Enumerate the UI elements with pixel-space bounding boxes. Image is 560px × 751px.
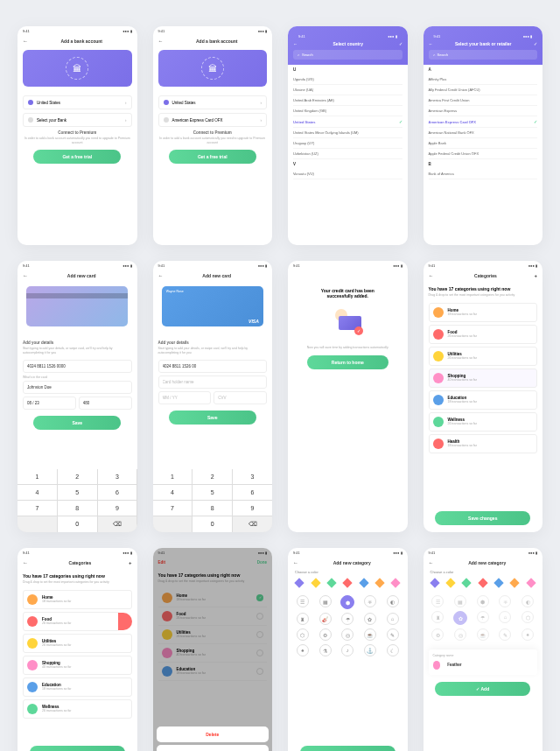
key-1[interactable]: 1 <box>18 469 57 484</box>
list-item[interactable]: American Express Card OFX✓ <box>429 116 538 128</box>
category-item[interactable]: Wellness26 transactions so far <box>23 699 132 719</box>
cvv-input[interactable] <box>214 391 267 404</box>
bank-select[interactable]: Select your Bank› <box>23 113 132 127</box>
icon-option[interactable]: ✎ <box>387 628 399 641</box>
color-green[interactable] <box>326 578 336 587</box>
category-name-input[interactable] <box>444 659 533 670</box>
list-item[interactable]: Ukraine (UA) <box>293 85 402 95</box>
icon-option[interactable]: ⌂ <box>387 613 399 625</box>
icon-option[interactable]: ☂ <box>341 613 354 625</box>
expiry-input[interactable] <box>23 397 76 410</box>
key-3[interactable]: 3 <box>98 469 137 484</box>
card-name-input[interactable] <box>23 381 132 394</box>
save-button[interactable]: Save changes <box>30 746 125 751</box>
back-icon[interactable]: ← <box>429 560 434 565</box>
list-item[interactable]: Apple Federal Credit Union OFX <box>429 149 538 159</box>
list-item[interactable]: Uzbekistan (UZ) <box>293 149 402 159</box>
icon-option[interactable]: ♜ <box>297 613 309 625</box>
country-select[interactable]: United States› <box>158 95 268 109</box>
color-purple[interactable] <box>295 578 304 587</box>
icon-option[interactable]: ☕ <box>364 628 376 641</box>
category-item[interactable]: Shopping40 transactions so far <box>23 656 132 675</box>
icon-option[interactable]: ♪ <box>341 644 354 656</box>
key-6[interactable]: 6 <box>98 485 137 500</box>
icon-option[interactable]: ⬡ <box>297 628 309 641</box>
expiry-input[interactable] <box>158 391 212 404</box>
icon-option[interactable]: ⚓ <box>364 644 376 656</box>
category-item[interactable]: Food26 transactions so far <box>429 325 538 344</box>
key-8[interactable]: 8 <box>58 501 97 516</box>
back-icon[interactable]: ← <box>158 273 164 278</box>
trial-button[interactable]: Get a free trial <box>169 150 256 164</box>
list-item[interactable]: American National Bank OFX <box>429 128 538 138</box>
icon-option[interactable]: ⚛ <box>364 595 376 607</box>
next-button[interactable]: Next <box>300 746 396 751</box>
color-yellow[interactable] <box>311 578 320 587</box>
icon-option[interactable]: 🎸 <box>319 613 332 625</box>
trial-button[interactable]: Get a free trial <box>33 150 121 164</box>
icon-option[interactable]: ◎ <box>341 628 354 641</box>
list-item[interactable]: Bank of America <box>429 169 538 179</box>
category-item[interactable]: Home18 transactions so far <box>23 590 132 609</box>
list-item[interactable]: American Express <box>429 106 538 116</box>
category-item[interactable]: Utilities26 transactions so far <box>429 347 538 366</box>
search-input[interactable]: ⌕Search <box>293 50 402 60</box>
category-item[interactable]: Home18 transactions so far <box>429 303 538 322</box>
color-blue[interactable] <box>359 578 368 587</box>
check-icon[interactable]: ✓ <box>534 41 537 46</box>
list-item[interactable]: Apple Bank <box>429 138 538 149</box>
cancel-button[interactable]: Cancel <box>157 745 270 751</box>
icon-option[interactable]: ☰ <box>297 595 309 607</box>
category-item[interactable]: Utilities26 transactions so far <box>23 634 132 653</box>
key-0[interactable]: 0 <box>58 516 97 532</box>
category-item[interactable]: Wellness26 transactions so far <box>429 412 538 432</box>
icon-option[interactable]: ⚗ <box>319 644 332 656</box>
overlay[interactable] <box>153 548 273 751</box>
key-delete[interactable]: ⌫ <box>98 516 137 532</box>
list-item[interactable]: United Arab Emirates (AE) <box>293 95 402 106</box>
icon-option[interactable]: ☾ <box>387 644 399 656</box>
icon-option[interactable]: ♠ <box>297 644 309 656</box>
bank-select[interactable]: American Express Card OFX› <box>158 113 268 127</box>
country-select[interactable]: United States› <box>23 95 132 109</box>
key-2[interactable]: 2 <box>58 469 97 484</box>
list-item[interactable]: United States✓ <box>293 116 402 128</box>
back-icon[interactable]: ← <box>23 39 28 44</box>
search-input[interactable]: ⌕Search <box>429 50 538 60</box>
list-item[interactable]: America First Credit Union <box>429 95 538 106</box>
card-number-input[interactable] <box>158 360 268 373</box>
card-number-input[interactable] <box>23 360 132 373</box>
list-item[interactable]: Ally Federal Credit Union (AFCU) <box>429 85 538 95</box>
back-icon[interactable]: ← <box>429 273 434 278</box>
icon-option[interactable]: ▦ <box>319 595 332 607</box>
back-icon[interactable]: ← <box>158 39 164 44</box>
category-item[interactable]: Education18 transactions so far <box>429 390 538 410</box>
icon-option[interactable]: ⬢ <box>340 595 354 609</box>
icon-option[interactable]: ✿ <box>364 613 376 625</box>
category-item[interactable]: Food26 transactions so far <box>23 612 120 631</box>
list-item[interactable]: Vanuatu (VU) <box>293 169 402 179</box>
add-button[interactable]: ✓ Add <box>435 682 530 696</box>
swipe-delete[interactable] <box>118 613 132 630</box>
key-7[interactable]: 7 <box>18 501 57 516</box>
category-item[interactable]: Shopping40 transactions so far <box>429 368 538 388</box>
save-button[interactable]: Save <box>33 416 121 430</box>
save-button[interactable]: Save <box>169 411 256 425</box>
check-icon[interactable]: ✓ <box>399 41 402 46</box>
delete-button[interactable]: Delete <box>157 726 270 742</box>
list-item[interactable]: Uruguay (UY) <box>293 138 402 149</box>
icon-option[interactable]: ⚙ <box>319 628 332 641</box>
back-icon[interactable]: ← <box>23 273 28 278</box>
return-button[interactable]: Return to home <box>307 355 388 369</box>
color-red[interactable] <box>343 578 353 587</box>
add-icon[interactable]: + <box>534 273 537 278</box>
color-orange[interactable] <box>374 578 384 587</box>
icon-option[interactable]: ◐ <box>387 595 399 607</box>
key-9[interactable]: 9 <box>98 501 137 516</box>
list-item[interactable]: United States Minor Outlying Islands (UM… <box>293 128 402 138</box>
color-pink[interactable] <box>391 578 401 587</box>
cvv-input[interactable] <box>79 397 132 410</box>
category-item[interactable]: Education18 transactions so far <box>23 677 132 697</box>
card-name-input[interactable] <box>158 376 268 389</box>
back-icon[interactable]: ← <box>293 560 298 565</box>
